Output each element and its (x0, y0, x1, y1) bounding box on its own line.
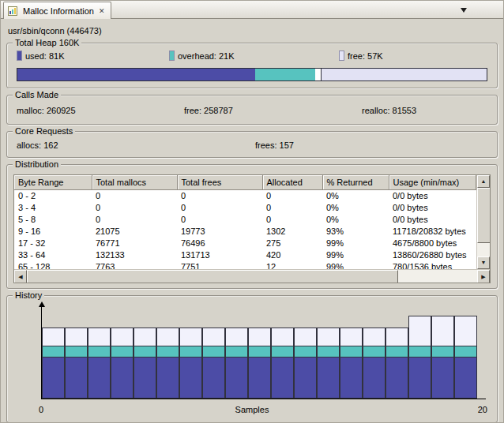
history-segment-free (42, 328, 65, 346)
table-row[interactable]: 65 - 128776377511299%780/1536 bytes (14, 260, 476, 269)
table-cell: 0 (177, 201, 262, 213)
table-row[interactable]: 0 - 20000%0/0 bytes (14, 189, 476, 201)
history-bar (340, 328, 363, 399)
history-segment-overhead (340, 346, 363, 357)
table-cell: 0/0 bytes (389, 189, 476, 201)
view-menu-chevron-icon[interactable] (461, 8, 467, 13)
table-cell: 0 (92, 213, 177, 225)
history-segment-used (408, 357, 431, 399)
history-segment-overhead (111, 346, 134, 357)
history-segment-free (317, 328, 340, 346)
table-row[interactable]: 5 - 80000%0/0 bytes (14, 213, 476, 225)
history-segment-free (248, 328, 271, 346)
heap-usage-bar (17, 68, 487, 81)
heap-segment-free (322, 69, 487, 80)
table-cell: 21075 (92, 225, 177, 237)
history-segment-overhead (294, 346, 317, 357)
table-cell: 420 (262, 249, 322, 260)
column-header-total-frees[interactable]: Total frees (177, 175, 262, 189)
x-axis-title: Samples (235, 405, 269, 414)
column-header-total-mallocs[interactable]: Total mallocs (92, 175, 177, 189)
table-row[interactable]: 3 - 40000%0/0 bytes (14, 201, 476, 213)
table-cell: 132133 (92, 249, 177, 260)
scroll-right-icon[interactable]: ▶ (477, 270, 490, 283)
history-segment-overhead (454, 346, 477, 357)
history-bar (454, 316, 477, 399)
column-header-usage[interactable]: Usage (min/max) (389, 175, 476, 189)
free-legend-swatch (339, 51, 344, 61)
distribution-table: Byte Range Total mallocs Total frees All… (13, 174, 491, 283)
legend-item-free: free: 57K (339, 51, 383, 61)
history-segment-overhead (431, 346, 454, 357)
history-segment-free (225, 328, 248, 346)
free-legend-label: free: 57K (348, 51, 383, 61)
history-bar (271, 328, 294, 399)
vertical-scroll-thumb[interactable] (477, 188, 490, 243)
column-header-byte-range[interactable]: Byte Range (14, 175, 92, 189)
table-cell: 0 (177, 189, 262, 201)
history-bar (431, 316, 454, 399)
history-segment-free (454, 316, 477, 346)
history-segment-free (111, 328, 134, 346)
history-segment-overhead (134, 346, 156, 357)
table-cell: 0 (92, 201, 177, 213)
scroll-left-icon[interactable]: ◀ (14, 270, 27, 283)
calls-made-title: Calls Made (13, 90, 61, 100)
history-segment-free (271, 328, 294, 346)
table-cell: 4675/8800 bytes (389, 237, 476, 249)
history-bar (202, 328, 225, 399)
distribution-table-body: 0 - 20000%0/0 bytes3 - 40000%0/0 bytes5 … (14, 189, 476, 269)
table-cell: 0% (322, 189, 389, 201)
history-bar (156, 328, 179, 399)
history-segment-overhead (42, 346, 65, 357)
history-segment-used (248, 357, 271, 399)
history-bar (179, 328, 202, 399)
history-segment-overhead (248, 346, 271, 357)
table-row[interactable]: 9 - 162107519773130293%11718/20832 bytes (14, 225, 476, 237)
close-icon[interactable]: ✕ (98, 7, 106, 15)
table-cell: 0 (262, 201, 322, 213)
vertical-scrollbar[interactable]: ▲ ▼ (476, 175, 490, 269)
x-axis (41, 399, 486, 399)
vertical-scroll-track[interactable] (477, 243, 490, 256)
table-cell: 1302 (262, 225, 322, 237)
column-header-pct-returned[interactable]: % Returned (322, 175, 389, 189)
table-row[interactable]: 17 - 32767717649627599%4675/8800 bytes (14, 237, 476, 249)
table-cell: 19773 (177, 225, 262, 237)
table-cell: 275 (262, 237, 322, 249)
view-tab-bar: Malloc Information ✕ (1, 1, 503, 19)
history-bars (42, 310, 484, 399)
history-segment-overhead (179, 346, 202, 357)
history-segment-overhead (65, 346, 88, 357)
y-axis-arrow-icon (39, 301, 45, 307)
table-cell: 33 - 64 (14, 249, 92, 260)
table-cell: 0/0 bytes (389, 213, 476, 225)
scroll-down-icon[interactable]: ▼ (477, 256, 490, 269)
history-bar (248, 328, 271, 399)
heap-segment-used (17, 69, 255, 80)
column-header-allocated[interactable]: Allocated (262, 175, 322, 189)
table-cell: 13860/26880 bytes (389, 249, 476, 260)
history-segment-overhead (88, 346, 111, 357)
tab-malloc-information[interactable]: Malloc Information ✕ (3, 2, 111, 19)
horizontal-scrollbar[interactable]: ◀ ▶ (14, 269, 490, 283)
table-cell: 0 (262, 213, 322, 225)
history-segment-used (202, 357, 225, 399)
history-segment-free (156, 328, 179, 346)
history-segment-free (408, 316, 431, 346)
scroll-up-icon[interactable]: ▲ (477, 175, 490, 188)
history-segment-used (294, 357, 317, 399)
history-segment-overhead (271, 346, 294, 357)
history-bar (408, 316, 431, 399)
history-chart: 0 Samples 20 (15, 304, 489, 419)
horizontal-scroll-thumb[interactable] (27, 270, 398, 283)
history-bar (88, 328, 111, 399)
table-row[interactable]: 33 - 6413213313171342099%13860/26880 byt… (14, 249, 476, 260)
table-cell: 0 - 2 (14, 189, 92, 201)
history-group: History 0 Samples 20 (6, 295, 498, 423)
history-title: History (13, 290, 44, 301)
history-bar (134, 328, 156, 399)
allocs-count: allocs: 162 (17, 140, 58, 150)
distribution-table-viewport: Byte Range Total mallocs Total frees All… (14, 175, 490, 269)
legend-item-used: used: 81K (17, 51, 65, 61)
